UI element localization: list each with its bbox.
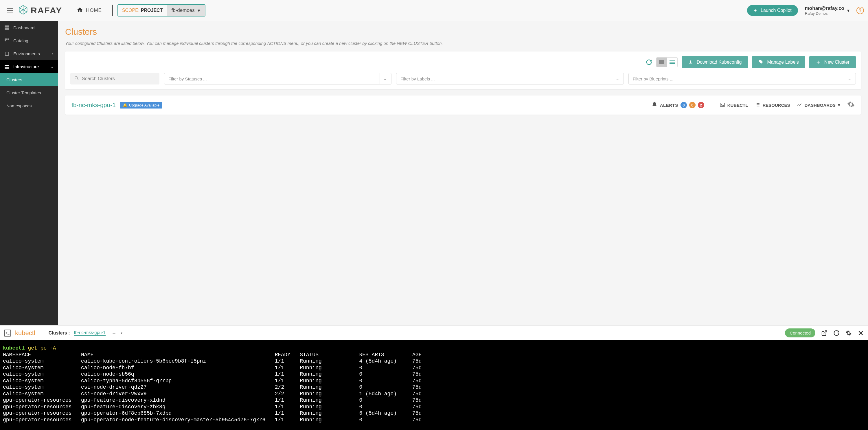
sidebar-sub-clusters[interactable]: Clusters	[0, 73, 58, 86]
download-kubeconfig-button[interactable]: Download Kubeconfig	[682, 56, 748, 68]
cluster-card: fb-ric-mks-gpu-1 🔔 Upgrade Available ALE…	[65, 95, 861, 115]
svg-rect-2	[5, 28, 7, 30]
cluster-settings-icon[interactable]	[847, 101, 855, 110]
chevron-down-icon: ⌄	[612, 73, 619, 84]
sidebar-item-infrastructure[interactable]: Infrastructure ⌄	[0, 60, 58, 73]
user-email: mohan@rafay.co	[805, 5, 844, 11]
refresh-icon[interactable]	[646, 59, 652, 65]
open-external-icon[interactable]	[821, 330, 828, 336]
bell-icon: 🔔	[123, 103, 127, 108]
svg-rect-0	[5, 26, 7, 28]
alerts-label: ALERTS	[660, 103, 678, 108]
terminal-icon	[720, 102, 725, 108]
resources-action[interactable]: RESOURCES	[755, 102, 790, 108]
filter-statuses-dropdown[interactable]: Filter by Statuses ... ⌄	[164, 73, 392, 85]
svg-rect-9	[5, 65, 9, 66]
sidebar-sub-namespaces[interactable]: Namespaces	[0, 99, 58, 112]
alert-bell-icon	[651, 101, 658, 109]
svg-rect-8	[5, 52, 9, 56]
chevron-down-icon: ⌄	[844, 73, 851, 84]
sparkle-icon: ✦	[753, 8, 757, 13]
user-org: Rafay Demos	[805, 11, 844, 16]
kubectl-action[interactable]: KUBECTL	[720, 102, 748, 108]
search-clusters-input[interactable]: Search Clusters	[70, 73, 159, 85]
scope-value: PROJECT	[141, 8, 163, 13]
svg-rect-11	[659, 60, 664, 64]
caret-down-icon[interactable]: ▾	[121, 331, 122, 335]
manage-labels-button[interactable]: Manage Labels	[752, 56, 805, 68]
upgrade-available-badge[interactable]: 🔔 Upgrade Available	[120, 102, 162, 109]
home-link[interactable]: HOME	[71, 7, 107, 14]
cluster-name-link[interactable]: fb-ric-mks-gpu-1	[71, 101, 116, 109]
kubectl-title: kubectl	[15, 329, 35, 337]
svg-rect-1	[7, 26, 9, 28]
project-dropdown[interactable]: fb-demoes ▾	[167, 5, 205, 16]
close-icon[interactable]	[858, 330, 864, 336]
page-title: Clusters	[65, 27, 861, 37]
new-cluster-button[interactable]: New Cluster	[809, 56, 856, 68]
dashboard-icon	[5, 26, 9, 30]
caret-down-icon: ▾	[197, 7, 200, 13]
plus-icon	[816, 60, 821, 65]
sidebar-item-dashboard[interactable]: Dashboard	[0, 21, 58, 34]
view-toggle	[656, 57, 678, 67]
refresh-icon[interactable]	[833, 330, 840, 336]
kubectl-cluster-tab[interactable]: fb-ric-mks-gpu-1	[74, 330, 105, 336]
chevron-down-icon: ⌄	[50, 64, 54, 69]
kubectl-panel-header: >_ kubectl Clusters : fb-ric-mks-gpu-1 ＋…	[0, 325, 868, 340]
launch-copilot-button[interactable]: ✦ Launch Copilot	[747, 5, 798, 16]
caret-down-icon: ▾	[847, 8, 849, 13]
tag-icon	[758, 60, 764, 65]
divider	[112, 5, 113, 16]
svg-rect-3	[7, 28, 9, 30]
caret-down-icon: ▾	[838, 102, 840, 108]
svg-rect-7	[5, 40, 6, 41]
svg-rect-6	[8, 38, 9, 40]
env-icon	[5, 52, 9, 56]
user-menu[interactable]: mohan@rafay.co Rafay Demos ▾	[805, 5, 849, 16]
brand-name: RAFAY	[31, 5, 62, 16]
kubectl-panel: >_ kubectl Clusters : fb-ric-mks-gpu-1 ＋…	[0, 325, 868, 430]
add-cluster-tab-icon[interactable]: ＋	[112, 330, 117, 337]
connected-badge: Connected	[785, 329, 815, 337]
svg-rect-4	[5, 38, 6, 40]
alert-badge-info[interactable]: 0	[681, 102, 687, 108]
svg-rect-17	[720, 103, 724, 106]
terminal-badge-icon: >_	[4, 330, 11, 337]
infra-icon	[5, 64, 9, 69]
svg-rect-5	[6, 38, 7, 40]
kubectl-clusters-label: Clusters :	[49, 331, 70, 336]
sidebar-item-catalog[interactable]: Catalog	[0, 34, 58, 47]
chart-icon	[797, 102, 802, 108]
terminal-output[interactable]: kubectl get po -A NAMESPACE NAME READY S…	[0, 340, 868, 430]
gear-icon[interactable]	[845, 330, 852, 336]
alert-badge-critical[interactable]: 2	[698, 102, 704, 108]
sidebar-item-environments[interactable]: Environments ›	[0, 47, 58, 60]
download-icon	[688, 60, 693, 65]
list-icon	[755, 102, 760, 108]
home-icon	[77, 7, 83, 14]
logo[interactable]: RAFAY	[18, 5, 62, 16]
chevron-right-icon: ›	[52, 52, 54, 56]
app-header: RAFAY HOME SCOPE: PROJECT fb-demoes ▾ ✦ …	[0, 0, 868, 21]
chevron-down-icon: ⌄	[380, 73, 387, 84]
hamburger-menu[interactable]	[4, 5, 16, 16]
alert-badge-warn[interactable]: 0	[689, 102, 695, 108]
rafay-logo-icon	[18, 5, 28, 16]
catalog-icon	[5, 38, 9, 43]
alerts-block: ALERTS 0 0 2	[651, 101, 704, 109]
view-list-button[interactable]	[667, 58, 677, 67]
svg-line-16	[77, 79, 79, 80]
view-card-button[interactable]	[656, 58, 667, 67]
scope-selector[interactable]: SCOPE: PROJECT fb-demoes ▾	[118, 4, 206, 17]
help-icon[interactable]: ?	[857, 7, 864, 14]
svg-rect-10	[5, 67, 9, 69]
dashboards-action[interactable]: DASHBOARDS ▾	[797, 102, 840, 108]
filter-labels-dropdown[interactable]: Filter by Labels ... ⌄	[396, 73, 623, 85]
search-icon	[74, 76, 79, 82]
svg-point-15	[75, 76, 78, 79]
filter-blueprints-dropdown[interactable]: Filter by Blueprints ... ⌄	[628, 73, 856, 85]
scope-label: SCOPE:	[122, 8, 140, 13]
page-description: Your configured Clusters are listed belo…	[65, 41, 861, 46]
sidebar-sub-cluster-templates[interactable]: Cluster Templates	[0, 86, 58, 99]
